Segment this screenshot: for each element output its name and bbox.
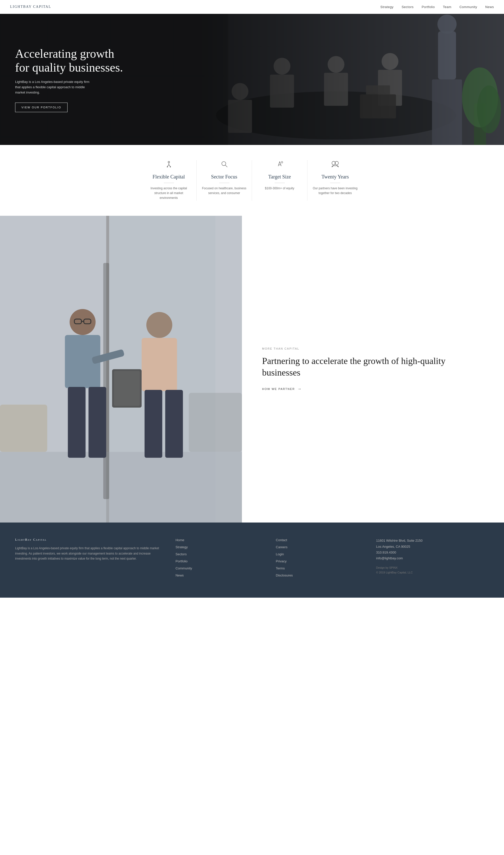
- hero-section: Accelerating growth for quality business…: [0, 14, 504, 145]
- svg-rect-47: [114, 371, 140, 406]
- svg-line-29: [225, 165, 227, 167]
- flexible-capital-svg: [165, 160, 173, 168]
- svg-rect-55: [189, 393, 242, 452]
- svg-rect-39: [103, 263, 109, 499]
- svg-rect-52: [145, 390, 162, 458]
- feature-flexible-capital: Flexible Capital Investing across the ca…: [141, 160, 197, 201]
- hero-content: Accelerating growth for quality business…: [0, 47, 139, 112]
- twenty-years-svg: [331, 160, 340, 168]
- target-size-icon: [257, 160, 302, 170]
- svg-line-25: [169, 165, 170, 166]
- nav-news[interactable]: News: [485, 5, 494, 9]
- arrow-right-icon: →: [298, 387, 302, 391]
- split-title: Partnering to accelerate the growth of h…: [262, 355, 484, 379]
- target-size-title: Target Size: [257, 174, 302, 180]
- svg-rect-38: [0, 452, 242, 522]
- svg-rect-50: [68, 387, 86, 458]
- target-size-desc: $100-300m+ of equity: [257, 186, 302, 191]
- footer-address: 11601 Wilshire Blvd, Suite 2150 Los Ange…: [376, 538, 489, 575]
- hero-title: Accelerating growth for quality business…: [15, 47, 124, 74]
- nav-sectors[interactable]: Sectors: [402, 5, 414, 9]
- sector-focus-icon: [202, 160, 247, 170]
- nav-community[interactable]: Community: [460, 5, 477, 9]
- footer-link-home[interactable]: Home: [176, 538, 184, 542]
- footer-copyright: © 2019 LightBay Capital, LLC: [376, 570, 489, 575]
- site-logo[interactable]: LightBay Capital: [10, 5, 51, 9]
- sector-focus-title: Sector Focus: [202, 174, 247, 180]
- hero-subtitle: LightBay is a Los Angeles-based private …: [15, 79, 96, 95]
- footer-link-contact[interactable]: Contact: [276, 538, 287, 542]
- footer: LightBay Capital LightBay is a Los Angel…: [0, 522, 504, 598]
- split-scene-svg: [0, 216, 242, 523]
- footer-email[interactable]: info@lightbay.com: [376, 555, 489, 561]
- footer-about-col: LightBay Capital LightBay is a Los Angel…: [15, 538, 165, 577]
- navigation: LightBay Capital Strategy Sectors Portfo…: [0, 0, 504, 14]
- flexible-capital-title: Flexible Capital: [146, 174, 191, 180]
- footer-address-line1: 11601 Wilshire Blvd, Suite 2150: [376, 538, 489, 544]
- twenty-years-divider: [330, 183, 340, 183]
- nav-links-list: Strategy Sectors Portfolio Team Communit…: [380, 4, 494, 9]
- flexible-capital-desc: Investing across the capital structure i…: [146, 186, 191, 201]
- target-size-svg: [276, 160, 284, 168]
- svg-point-31: [281, 162, 283, 163]
- sector-focus-desc: Focused on healthcare, business services…: [202, 186, 247, 196]
- svg-point-26: [167, 166, 168, 167]
- nav-portfolio[interactable]: Portfolio: [421, 5, 435, 9]
- split-link-label: How We Partner: [262, 388, 295, 390]
- svg-point-40: [70, 309, 95, 335]
- split-image: [0, 216, 242, 523]
- svg-rect-49: [142, 338, 177, 391]
- sector-focus-divider: [219, 183, 229, 183]
- svg-point-48: [146, 312, 173, 338]
- feature-target-size: Target Size $100-300m+ of equity: [252, 160, 307, 201]
- target-size-divider: [275, 183, 285, 183]
- footer-link-login[interactable]: Login: [276, 552, 284, 556]
- feature-twenty-years: Twenty Years Our partners have been inve…: [307, 160, 363, 201]
- svg-point-27: [170, 166, 171, 167]
- footer-about-text: LightBay is a Los Angeles-based private …: [15, 546, 165, 561]
- footer-link-news[interactable]: News: [176, 573, 184, 577]
- features-section: Flexible Capital Investing across the ca…: [0, 145, 504, 216]
- flexible-capital-divider: [164, 183, 174, 183]
- footer-address-col: 11601 Wilshire Blvd, Suite 2150 Los Ange…: [376, 538, 489, 577]
- footer-link-terms[interactable]: Terms: [276, 566, 285, 570]
- svg-rect-54: [0, 405, 47, 452]
- twenty-years-icon: [312, 160, 358, 170]
- hero-cta-button[interactable]: View Our Portfolio: [15, 103, 68, 112]
- footer-link-privacy[interactable]: Privacy: [276, 559, 287, 563]
- footer-address-line2: Los Angeles, CA 90025: [376, 544, 489, 550]
- footer-nav-col: Home Strategy Sectors Portfolio Communit…: [176, 538, 266, 577]
- split-content: More Than Capital Partnering to accelera…: [242, 216, 504, 523]
- nav-team[interactable]: Team: [443, 5, 451, 9]
- footer-phone: 310.919.4300: [376, 550, 489, 555]
- split-section: More Than Capital Partnering to accelera…: [0, 216, 504, 523]
- how-we-partner-link[interactable]: How We Partner →: [262, 387, 484, 391]
- split-image-placeholder: [0, 216, 242, 523]
- svg-line-24: [167, 165, 169, 166]
- footer-legal-links: Contact Careers Login Privacy Terms Disc…: [276, 538, 366, 577]
- split-eyebrow: More Than Capital: [262, 347, 484, 350]
- footer-link-disclosures[interactable]: Disclosures: [276, 573, 293, 577]
- svg-point-22: [168, 161, 169, 163]
- footer-link-portfolio[interactable]: Portfolio: [176, 559, 188, 563]
- footer-design-credit: Design by SPINX © 2019 LightBay Capital,…: [376, 565, 489, 575]
- flexible-capital-icon: [146, 160, 191, 170]
- nav-strategy[interactable]: Strategy: [380, 5, 393, 9]
- footer-design-name: Design by SPINX: [376, 565, 489, 570]
- footer-grid: LightBay Capital LightBay is a Los Angel…: [15, 538, 489, 577]
- footer-legal-col: Contact Careers Login Privacy Terms Disc…: [276, 538, 366, 577]
- footer-logo[interactable]: LightBay Capital: [15, 538, 165, 542]
- twenty-years-desc: Our partners have been investing togethe…: [312, 186, 358, 196]
- svg-rect-51: [88, 387, 106, 458]
- svg-rect-53: [165, 390, 183, 458]
- sector-focus-svg: [220, 160, 228, 168]
- svg-point-28: [222, 162, 226, 166]
- footer-link-strategy[interactable]: Strategy: [176, 545, 188, 549]
- feature-sector-focus: Sector Focus Focused on healthcare, busi…: [197, 160, 252, 201]
- footer-link-careers[interactable]: Careers: [276, 545, 288, 549]
- footer-link-community[interactable]: Community: [176, 566, 192, 570]
- twenty-years-title: Twenty Years: [312, 174, 358, 180]
- footer-link-sectors[interactable]: Sectors: [176, 552, 187, 556]
- footer-nav-links: Home Strategy Sectors Portfolio Communit…: [176, 538, 266, 577]
